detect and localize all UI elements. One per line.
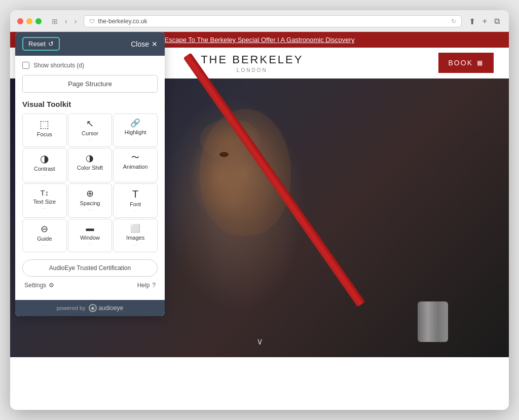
- panel-footer-links: Settings ⚙ Help ?: [22, 282, 158, 294]
- address-bar[interactable]: 🛡 the-berkeley.co.uk ↻: [84, 15, 461, 27]
- panel-header: Reset ↺ Close ✕: [15, 32, 165, 56]
- shortcuts-row: Show shortcuts (d): [22, 62, 158, 69]
- book-button[interactable]: BOOK ▦: [438, 53, 494, 73]
- toolkit-animation[interactable]: 〜 Animation ···: [113, 148, 158, 182]
- sidebar-toggle-btn[interactable]: ⊞: [50, 16, 60, 26]
- toolkit-textsize[interactable]: T↕ Text Size ···: [22, 183, 67, 218]
- spacing-label: Spacing: [80, 200, 100, 206]
- toolkit-focus[interactable]: ⬚ Focus: [22, 113, 67, 147]
- colorshift-icon: ◑: [86, 154, 94, 163]
- visual-toolkit-title: Visual Toolkit: [22, 100, 158, 108]
- colorshift-label: Color Shift: [77, 165, 103, 171]
- shortcuts-label[interactable]: Show shortcuts (d): [33, 62, 84, 69]
- textsize-dots: ···: [42, 207, 47, 211]
- toolkit-guide[interactable]: ⊖ Guide ···: [22, 219, 67, 252]
- settings-label: Settings: [24, 282, 46, 289]
- window-label: Window: [80, 235, 100, 241]
- guide-label: Guide: [37, 236, 52, 242]
- audioeye-icon: ◉: [89, 304, 97, 312]
- focus-icon: ⬚: [40, 119, 49, 129]
- back-btn[interactable]: ‹: [63, 16, 69, 26]
- close-icon: ✕: [152, 40, 158, 48]
- toolkit-row-1: ⬚ Focus ↖ Cursor ··· 🔗 Highlight ···: [22, 113, 158, 147]
- browser-nav: ⊞ ‹ ›: [50, 16, 79, 26]
- book-icon: ▦: [477, 59, 484, 66]
- font-label: Font: [130, 201, 141, 207]
- toolkit-row-4: ⊖ Guide ··· ▬ Window ··· ⬜ Images ···: [22, 219, 158, 252]
- animation-label: Animation: [123, 164, 148, 170]
- help-label: Help: [137, 282, 150, 289]
- page-structure-button[interactable]: Page Structure: [22, 75, 158, 93]
- help-link[interactable]: Help ?: [137, 282, 156, 289]
- promo-link[interactable]: Escape To The Berkeley Special Offer | A…: [165, 36, 355, 44]
- reset-button[interactable]: Reset ↺: [22, 37, 60, 51]
- audioeye-label: audioeye: [99, 304, 124, 312]
- toolkit-window[interactable]: ▬ Window ···: [68, 219, 113, 252]
- reset-icon: ↺: [48, 40, 54, 48]
- toolkit-cursor[interactable]: ↖ Cursor ···: [68, 113, 113, 147]
- hotel-logo: THE BERKELEY LONDON: [201, 53, 303, 73]
- toolkit-row-3: T↕ Text Size ··· ⊕ Spacing ··· T Font ··…: [22, 183, 158, 218]
- website-content: Escape To The Berkeley Special Offer | A…: [10, 32, 509, 410]
- settings-icon: ⚙: [49, 282, 54, 289]
- highlight-dots: ···: [133, 137, 138, 141]
- shield-icon: 🛡: [89, 18, 95, 24]
- toolkit-highlight[interactable]: 🔗 Highlight ···: [113, 113, 158, 147]
- colorshift-dots: ···: [88, 173, 93, 177]
- browser-window: ⊞ ‹ › 🛡 the-berkeley.co.uk ↻ ⬆ + ⧉ Escap…: [10, 10, 509, 410]
- panel-powered-bar: powered by ◉ audioeye: [15, 300, 165, 316]
- browser-controls-right: ⬆ + ⧉: [467, 16, 502, 27]
- animation-dots: ···: [133, 172, 138, 176]
- guide-icon: ⊖: [41, 224, 48, 234]
- reload-icon[interactable]: ↻: [451, 18, 456, 25]
- toolkit-images[interactable]: ⬜ Images ···: [113, 219, 158, 252]
- images-label: Images: [126, 235, 144, 241]
- traffic-lights: [17, 18, 42, 24]
- contrast-icon: ◑: [40, 154, 49, 164]
- audioeye-logo: ◉ audioeye: [89, 304, 124, 312]
- fullscreen-traffic-light[interactable]: [35, 18, 42, 24]
- toolkit-colorshift[interactable]: ◑ Color Shift ···: [68, 148, 113, 182]
- cursor-dots: ···: [88, 138, 93, 142]
- cert-button[interactable]: AudioEye Trusted Certification: [22, 259, 158, 277]
- shortcuts-checkbox[interactable]: [22, 62, 29, 69]
- minimize-traffic-light[interactable]: [26, 18, 32, 24]
- animation-icon: 〜: [131, 154, 139, 162]
- help-icon: ?: [152, 282, 156, 289]
- focus-label: Focus: [37, 131, 52, 137]
- toolkit-spacing[interactable]: ⊕ Spacing ···: [68, 183, 113, 218]
- powered-by-text: powered by: [57, 305, 86, 311]
- font-icon: T: [132, 189, 138, 199]
- highlight-icon: 🔗: [130, 119, 140, 127]
- close-label: Close: [131, 40, 149, 48]
- reset-label: Reset: [28, 40, 46, 48]
- guide-dots: ···: [42, 244, 47, 248]
- font-dots: ···: [133, 209, 138, 213]
- scroll-indicator[interactable]: ∨: [256, 336, 263, 347]
- highlight-label: Highlight: [125, 129, 146, 135]
- browser-chrome: ⊞ ‹ › 🛡 the-berkeley.co.uk ↻ ⬆ + ⧉: [10, 10, 509, 32]
- toolkit-contrast[interactable]: ◑ Contrast ···: [22, 148, 67, 182]
- new-tab-btn[interactable]: +: [480, 16, 489, 27]
- forward-btn[interactable]: ›: [72, 16, 79, 26]
- tabs-btn[interactable]: ⧉: [492, 16, 502, 27]
- textsize-label: Text Size: [33, 199, 56, 205]
- cocktail-shaker: [418, 301, 448, 342]
- address-text: the-berkeley.co.uk: [98, 18, 147, 25]
- close-traffic-light[interactable]: [17, 18, 23, 24]
- toolkit-font[interactable]: T Font ···: [113, 183, 158, 218]
- book-label: BOOK: [449, 59, 473, 67]
- images-dots: ···: [133, 243, 138, 247]
- hotel-name: THE BERKELEY: [201, 53, 303, 66]
- panel-body: Show shortcuts (d) Page Structure Visual…: [15, 56, 165, 300]
- window-icon: ▬: [86, 224, 94, 233]
- settings-link[interactable]: Settings ⚙: [24, 282, 54, 289]
- close-button[interactable]: Close ✕: [131, 40, 158, 48]
- textsize-icon: T↕: [40, 189, 49, 197]
- cursor-icon: ↖: [86, 119, 94, 128]
- hotel-location: LONDON: [201, 67, 303, 73]
- contrast-label: Contrast: [34, 166, 55, 172]
- cursor-label: Cursor: [82, 130, 98, 136]
- spacing-dots: ···: [88, 208, 93, 212]
- share-btn[interactable]: ⬆: [467, 16, 477, 27]
